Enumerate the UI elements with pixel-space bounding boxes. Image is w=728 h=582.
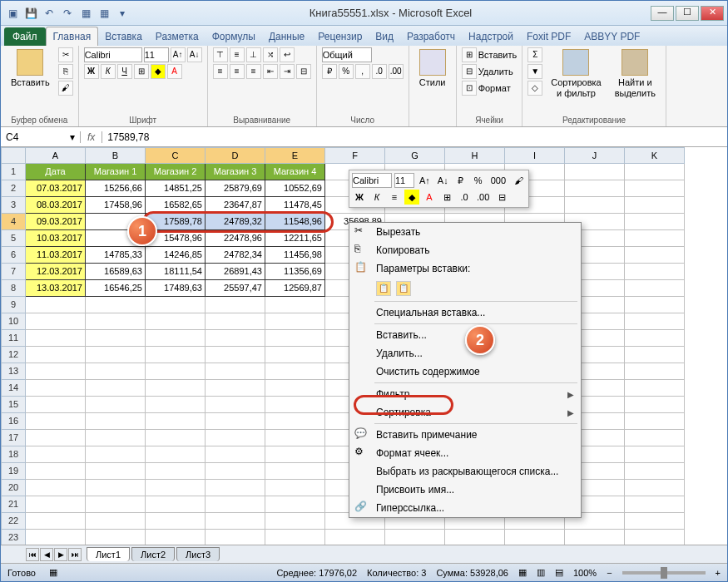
- mt-italic-icon[interactable]: К: [369, 190, 384, 205]
- view-normal-icon[interactable]: ▦: [518, 567, 527, 578]
- cell[interactable]: [146, 446, 206, 463]
- mt-border-icon[interactable]: ⊞: [439, 190, 454, 205]
- cell[interactable]: [26, 330, 86, 347]
- wrap-icon[interactable]: ↩: [280, 47, 295, 62]
- mt-shrink-icon[interactable]: A↓: [435, 173, 451, 188]
- indent-inc-icon[interactable]: ⇥: [280, 64, 295, 79]
- cell[interactable]: Магазин 2: [146, 164, 206, 180]
- cell[interactable]: [86, 413, 146, 430]
- cm-clear[interactable]: Очистить содержимое: [349, 363, 581, 381]
- cell[interactable]: [146, 480, 206, 496]
- col-header-B[interactable]: B: [86, 147, 146, 164]
- mt-dec-dec-icon[interactable]: .00: [474, 190, 492, 205]
- cell[interactable]: [146, 397, 206, 413]
- cm-hyperlink[interactable]: 🔗Гиперссылка...: [349, 499, 581, 517]
- mt-format-painter-icon[interactable]: 🖌: [511, 173, 526, 188]
- row-header-16[interactable]: 16: [1, 413, 26, 430]
- cell[interactable]: [206, 330, 265, 347]
- cell[interactable]: [625, 280, 685, 297]
- cell[interactable]: [565, 530, 625, 545]
- cm-comment[interactable]: 💬Вставить примечание: [349, 426, 581, 444]
- file-tab[interactable]: Файл: [4, 27, 46, 46]
- sheet-nav-next-icon[interactable]: ▶: [54, 548, 67, 561]
- cell[interactable]: [206, 480, 265, 496]
- cell[interactable]: 08.03.2017: [26, 197, 86, 214]
- row-header-4[interactable]: 4: [1, 214, 26, 230]
- cell[interactable]: 09.03.2017: [26, 214, 86, 230]
- cell[interactable]: 23647,87: [206, 197, 265, 214]
- align-left-icon[interactable]: ≡: [213, 64, 228, 79]
- paste-button[interactable]: Вставить: [6, 47, 55, 90]
- cell[interactable]: [625, 480, 685, 496]
- tab-foxit[interactable]: Foxit PDF: [520, 27, 577, 46]
- cell[interactable]: [26, 313, 86, 330]
- paste-values-icon[interactable]: 📋: [396, 281, 411, 296]
- cell[interactable]: 10552,69: [265, 180, 325, 197]
- cell[interactable]: [625, 413, 685, 430]
- cm-pick-list[interactable]: Выбрать из раскрывающегося списка...: [349, 462, 581, 481]
- font-size-select[interactable]: [144, 47, 169, 62]
- cell[interactable]: [86, 313, 146, 330]
- col-header-H[interactable]: H: [445, 147, 505, 164]
- cell[interactable]: Магазин 4: [265, 164, 325, 180]
- cell[interactable]: 25879,69: [206, 180, 265, 197]
- zoom-in-icon[interactable]: +: [716, 568, 721, 578]
- tab-review[interactable]: Рецензир: [311, 27, 369, 46]
- cell[interactable]: [265, 297, 325, 313]
- cell[interactable]: [146, 363, 206, 380]
- qat-icon[interactable]: ▦: [77, 5, 94, 22]
- cell[interactable]: [625, 180, 685, 197]
- tab-data[interactable]: Данные: [262, 27, 311, 46]
- cell[interactable]: 11456,98: [265, 247, 325, 264]
- cell[interactable]: 17458,96: [86, 197, 146, 214]
- font-color-icon[interactable]: A: [167, 64, 182, 79]
- cell[interactable]: 12.03.2017: [26, 264, 86, 280]
- cell[interactable]: [325, 530, 385, 545]
- cell[interactable]: [26, 513, 86, 530]
- cm-cut[interactable]: ✂Вырезать: [349, 223, 581, 241]
- border-icon[interactable]: ⊞: [134, 64, 149, 79]
- cell[interactable]: [146, 430, 206, 446]
- cell[interactable]: [265, 513, 325, 530]
- zoom-slider[interactable]: [622, 571, 706, 575]
- formula-input[interactable]: 17589,78: [102, 131, 727, 143]
- percent-icon[interactable]: %: [339, 64, 354, 79]
- spreadsheet-grid[interactable]: 1234567891011121314151617181920212223 AB…: [1, 147, 727, 545]
- increase-font-icon[interactable]: A↑: [171, 47, 186, 62]
- col-header-E[interactable]: E: [265, 147, 325, 164]
- row-header-22[interactable]: 22: [1, 513, 26, 530]
- cell[interactable]: [146, 313, 206, 330]
- cell[interactable]: 12211,65: [265, 230, 325, 247]
- styles-button[interactable]: Стили: [414, 47, 451, 90]
- mt-percent-icon[interactable]: %: [471, 173, 486, 188]
- cell[interactable]: [625, 247, 685, 264]
- cell[interactable]: [206, 513, 265, 530]
- tab-view[interactable]: Вид: [369, 27, 400, 46]
- row-header-12[interactable]: 12: [1, 347, 26, 363]
- cell[interactable]: [26, 480, 86, 496]
- zoom-value[interactable]: 100%: [573, 568, 597, 578]
- mt-inc-dec-icon[interactable]: .0: [457, 190, 472, 205]
- cell[interactable]: [265, 480, 325, 496]
- col-header-G[interactable]: G: [385, 147, 445, 164]
- zoom-out-icon[interactable]: −: [607, 568, 612, 578]
- delete-cells-label[interactable]: Удалить: [478, 67, 513, 76]
- fill-icon[interactable]: ▼: [527, 64, 542, 79]
- row-header-14[interactable]: 14: [1, 380, 26, 397]
- cell[interactable]: 17489,63: [146, 280, 206, 297]
- insert-cells-label[interactable]: Вставить: [478, 50, 518, 60]
- decrease-font-icon[interactable]: A↓: [187, 47, 202, 62]
- row-header-1[interactable]: 1: [1, 164, 26, 180]
- cell[interactable]: [625, 513, 685, 530]
- undo-icon[interactable]: ↶: [41, 5, 57, 22]
- redo-icon[interactable]: ↷: [59, 5, 76, 22]
- cell[interactable]: [625, 397, 685, 413]
- sheet-tab-2[interactable]: Лист2: [131, 547, 175, 561]
- align-bot-icon[interactable]: ⊥: [246, 47, 261, 62]
- cell[interactable]: [206, 397, 265, 413]
- macro-icon[interactable]: ▦: [49, 567, 57, 578]
- cell[interactable]: [206, 463, 265, 480]
- cell[interactable]: [385, 530, 445, 545]
- cell[interactable]: 24782,34: [206, 247, 265, 264]
- cell[interactable]: 16589,63: [86, 264, 146, 280]
